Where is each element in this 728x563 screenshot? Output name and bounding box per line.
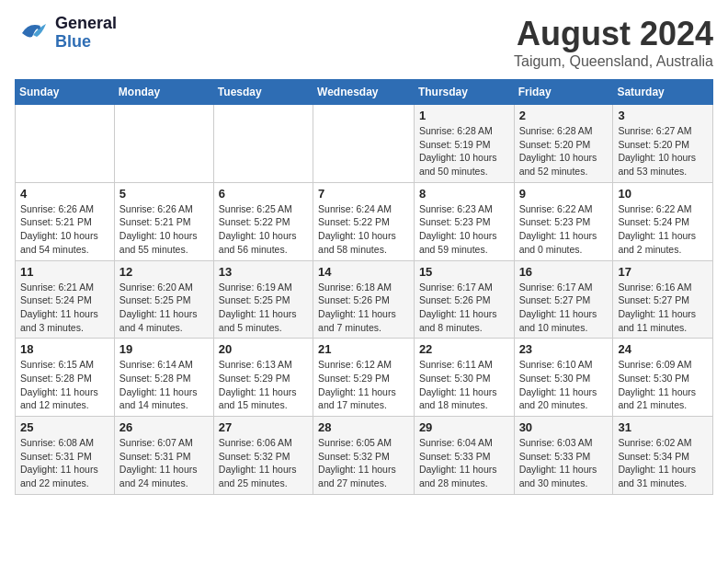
calendar-cell: 26Sunrise: 6:07 AM Sunset: 5:31 PM Dayli… — [114, 417, 213, 495]
cell-info: Sunrise: 6:17 AM Sunset: 5:26 PM Dayligh… — [419, 281, 509, 335]
day-number: 28 — [318, 420, 409, 434]
day-number: 3 — [618, 109, 708, 122]
header-sunday: Sunday — [16, 80, 115, 105]
cell-info: Sunrise: 6:12 AM Sunset: 5:29 PM Dayligh… — [318, 358, 409, 412]
day-number: 20 — [219, 342, 308, 356]
cell-info: Sunrise: 6:07 AM Sunset: 5:31 PM Dayligh… — [119, 436, 209, 490]
cell-info: Sunrise: 6:04 AM Sunset: 5:33 PM Dayligh… — [419, 436, 509, 490]
calendar-cell: 18Sunrise: 6:15 AM Sunset: 5:28 PM Dayli… — [16, 339, 115, 417]
week-row-3: 11Sunrise: 6:21 AM Sunset: 5:24 PM Dayli… — [16, 260, 713, 339]
cell-info: Sunrise: 6:15 AM Sunset: 5:28 PM Dayligh… — [20, 358, 109, 412]
calendar-cell: 9Sunrise: 6:22 AM Sunset: 5:23 PM Daylig… — [514, 182, 613, 260]
day-number: 6 — [219, 187, 308, 201]
cell-info: Sunrise: 6:22 AM Sunset: 5:24 PM Dayligh… — [618, 202, 708, 257]
day-number: 24 — [618, 342, 708, 356]
day-number: 12 — [119, 265, 209, 279]
cell-info: Sunrise: 6:21 AM Sunset: 5:24 PM Dayligh… — [20, 281, 109, 335]
day-number: 16 — [519, 265, 609, 279]
day-number: 25 — [20, 420, 109, 434]
cell-info: Sunrise: 6:28 AM Sunset: 5:19 PM Dayligh… — [419, 124, 509, 178]
day-number: 19 — [119, 342, 209, 356]
day-number: 21 — [318, 342, 409, 356]
cell-info: Sunrise: 6:03 AM Sunset: 5:33 PM Dayligh… — [519, 436, 609, 490]
cell-info: Sunrise: 6:26 AM Sunset: 5:21 PM Dayligh… — [119, 202, 209, 257]
header-friday: Friday — [514, 80, 613, 105]
cell-info: Sunrise: 6:11 AM Sunset: 5:30 PM Dayligh… — [419, 358, 509, 412]
calendar-cell: 7Sunrise: 6:24 AM Sunset: 5:22 PM Daylig… — [313, 182, 415, 260]
calendar-cell: 17Sunrise: 6:16 AM Sunset: 5:27 PM Dayli… — [613, 260, 713, 339]
cell-info: Sunrise: 6:18 AM Sunset: 5:26 PM Dayligh… — [318, 281, 409, 335]
cell-info: Sunrise: 6:19 AM Sunset: 5:25 PM Dayligh… — [219, 281, 308, 335]
day-number: 26 — [119, 420, 209, 434]
calendar-cell: 19Sunrise: 6:14 AM Sunset: 5:28 PM Dayli… — [114, 339, 213, 417]
cell-info: Sunrise: 6:14 AM Sunset: 5:28 PM Dayligh… — [119, 358, 209, 412]
calendar-cell: 1Sunrise: 6:28 AM Sunset: 5:19 PM Daylig… — [414, 105, 514, 183]
day-number: 15 — [419, 265, 509, 279]
cell-info: Sunrise: 6:06 AM Sunset: 5:32 PM Dayligh… — [219, 436, 308, 490]
calendar-cell: 20Sunrise: 6:13 AM Sunset: 5:29 PM Dayli… — [213, 339, 313, 417]
day-number: 22 — [419, 342, 509, 356]
month-year-title: August 2024 — [514, 15, 713, 53]
calendar-cell: 16Sunrise: 6:17 AM Sunset: 5:27 PM Dayli… — [514, 260, 613, 339]
calendar-cell: 13Sunrise: 6:19 AM Sunset: 5:25 PM Dayli… — [213, 260, 313, 339]
day-number: 30 — [519, 420, 609, 434]
cell-info: Sunrise: 6:13 AM Sunset: 5:29 PM Dayligh… — [219, 358, 308, 412]
calendar-header-row: Sunday Monday Tuesday Wednesday Thursday… — [16, 80, 713, 105]
day-number: 8 — [419, 187, 509, 201]
calendar-cell — [16, 105, 115, 183]
cell-info: Sunrise: 6:10 AM Sunset: 5:30 PM Dayligh… — [519, 358, 609, 412]
day-number: 10 — [618, 187, 708, 201]
calendar-cell: 10Sunrise: 6:22 AM Sunset: 5:24 PM Dayli… — [613, 182, 713, 260]
calendar-cell: 22Sunrise: 6:11 AM Sunset: 5:30 PM Dayli… — [414, 339, 514, 417]
header-wednesday: Wednesday — [313, 80, 415, 105]
calendar-cell: 24Sunrise: 6:09 AM Sunset: 5:30 PM Dayli… — [613, 339, 713, 417]
week-row-4: 18Sunrise: 6:15 AM Sunset: 5:28 PM Dayli… — [16, 339, 713, 417]
logo-icon — [15, 15, 51, 52]
calendar-cell: 15Sunrise: 6:17 AM Sunset: 5:26 PM Dayli… — [414, 260, 514, 339]
cell-info: Sunrise: 6:05 AM Sunset: 5:32 PM Dayligh… — [318, 436, 409, 490]
calendar-cell: 5Sunrise: 6:26 AM Sunset: 5:21 PM Daylig… — [114, 182, 213, 260]
day-number: 23 — [519, 342, 609, 356]
day-number: 7 — [318, 187, 409, 201]
cell-info: Sunrise: 6:08 AM Sunset: 5:31 PM Dayligh… — [20, 436, 109, 490]
day-number: 1 — [419, 109, 509, 122]
calendar-cell: 12Sunrise: 6:20 AM Sunset: 5:25 PM Dayli… — [114, 260, 213, 339]
header-saturday: Saturday — [613, 80, 713, 105]
calendar-cell: 31Sunrise: 6:02 AM Sunset: 5:34 PM Dayli… — [613, 417, 713, 495]
day-number: 5 — [119, 187, 209, 201]
svg-point-0 — [37, 26, 40, 29]
cell-info: Sunrise: 6:16 AM Sunset: 5:27 PM Dayligh… — [618, 281, 708, 335]
cell-info: Sunrise: 6:24 AM Sunset: 5:22 PM Dayligh… — [318, 202, 409, 257]
cell-info: Sunrise: 6:20 AM Sunset: 5:25 PM Dayligh… — [119, 281, 209, 335]
calendar-cell: 3Sunrise: 6:27 AM Sunset: 5:20 PM Daylig… — [613, 105, 713, 183]
calendar-cell: 27Sunrise: 6:06 AM Sunset: 5:32 PM Dayli… — [213, 417, 313, 495]
day-number: 29 — [419, 420, 509, 434]
calendar-cell — [114, 105, 213, 183]
calendar-cell — [313, 105, 415, 183]
day-number: 11 — [20, 265, 109, 279]
week-row-2: 4Sunrise: 6:26 AM Sunset: 5:21 PM Daylig… — [16, 182, 713, 260]
day-number: 4 — [20, 187, 109, 201]
location-subtitle: Taigum, Queensland, Australia — [514, 53, 713, 70]
calendar-cell: 21Sunrise: 6:12 AM Sunset: 5:29 PM Dayli… — [313, 339, 415, 417]
calendar-cell — [213, 105, 313, 183]
day-number: 31 — [618, 420, 708, 434]
cell-info: Sunrise: 6:26 AM Sunset: 5:21 PM Dayligh… — [20, 202, 109, 257]
cell-info: Sunrise: 6:02 AM Sunset: 5:34 PM Dayligh… — [618, 436, 708, 490]
logo: GeneralBlue — [15, 15, 117, 52]
cell-info: Sunrise: 6:25 AM Sunset: 5:22 PM Dayligh… — [219, 202, 308, 257]
header-tuesday: Tuesday — [213, 80, 313, 105]
calendar-table: Sunday Monday Tuesday Wednesday Thursday… — [15, 79, 713, 495]
calendar-cell: 2Sunrise: 6:28 AM Sunset: 5:20 PM Daylig… — [514, 105, 613, 183]
calendar-cell: 23Sunrise: 6:10 AM Sunset: 5:30 PM Dayli… — [514, 339, 613, 417]
calendar-cell: 6Sunrise: 6:25 AM Sunset: 5:22 PM Daylig… — [213, 182, 313, 260]
header-thursday: Thursday — [414, 80, 514, 105]
calendar-cell: 28Sunrise: 6:05 AM Sunset: 5:32 PM Dayli… — [313, 417, 415, 495]
cell-info: Sunrise: 6:09 AM Sunset: 5:30 PM Dayligh… — [618, 358, 708, 412]
page-header: GeneralBlue August 2024 Taigum, Queensla… — [15, 15, 713, 70]
calendar-cell: 25Sunrise: 6:08 AM Sunset: 5:31 PM Dayli… — [16, 417, 115, 495]
day-number: 18 — [20, 342, 109, 356]
calendar-cell: 29Sunrise: 6:04 AM Sunset: 5:33 PM Dayli… — [414, 417, 514, 495]
cell-info: Sunrise: 6:23 AM Sunset: 5:23 PM Dayligh… — [419, 202, 509, 257]
calendar-cell: 30Sunrise: 6:03 AM Sunset: 5:33 PM Dayli… — [514, 417, 613, 495]
